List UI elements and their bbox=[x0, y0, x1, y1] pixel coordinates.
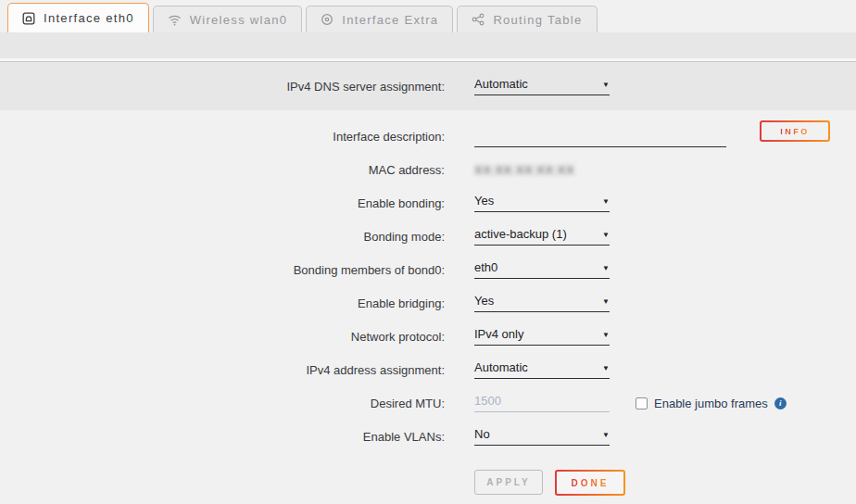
form-row-mtu: Desired MTU: 1500 Enable jumbo frames i bbox=[0, 386, 856, 420]
tab-interface-eth0[interactable]: Interface eth0 bbox=[7, 3, 149, 32]
network-protocol-label: Network protocol: bbox=[0, 330, 445, 344]
dns-section: IPv4 DNS server assignment: Automatic ▼ bbox=[0, 62, 856, 110]
chevron-down-icon: ▼ bbox=[602, 431, 610, 439]
tab-label: Interface eth0 bbox=[44, 11, 134, 25]
form-row-dns: IPv4 DNS server assignment: Automatic ▼ bbox=[0, 69, 856, 103]
bonding-members-label: Bonding members of bond0: bbox=[0, 263, 445, 277]
jumbo-frames-label: Enable jumbo frames bbox=[654, 397, 768, 410]
network-protocol-value: IPv4 only bbox=[474, 327, 523, 341]
chevron-down-icon: ▼ bbox=[602, 297, 610, 306]
enable-bonding-label: Enable bonding: bbox=[0, 196, 445, 210]
form-row-mac: MAC address: XX:XX:XX:XX:XX bbox=[0, 153, 856, 186]
form-row-bridging: Enable bridging: Yes ▼ bbox=[0, 286, 856, 320]
form-row-vlans: Enable VLANs: No ▼ bbox=[0, 420, 856, 453]
target-icon bbox=[321, 13, 334, 26]
interface-description-input[interactable] bbox=[474, 126, 726, 147]
enable-vlans-label: Enable VLANs: bbox=[0, 430, 445, 444]
chevron-down-icon: ▼ bbox=[602, 331, 610, 339]
chevron-down-icon: ▼ bbox=[602, 364, 610, 372]
chevron-down-icon: ▼ bbox=[602, 81, 610, 89]
form-row-bonding-members: Bonding members of bond0: eth0 ▼ bbox=[0, 253, 856, 286]
desired-mtu-input: 1500 bbox=[474, 394, 610, 412]
mac-address-value-redacted: XX:XX:XX:XX:XX bbox=[474, 163, 574, 177]
desired-mtu-label: Desired MTU: bbox=[0, 397, 445, 410]
enable-bridging-value: Yes bbox=[474, 294, 494, 308]
tab-routing-table[interactable]: Routing Table bbox=[457, 6, 597, 32]
info-icon[interactable]: i bbox=[774, 397, 787, 410]
chevron-down-icon: ▼ bbox=[602, 197, 610, 206]
tab-label: Wireless wlan0 bbox=[190, 13, 288, 27]
form-row-protocol: Network protocol: IPv4 only ▼ bbox=[0, 320, 856, 353]
interface-form: Interface description: INFO MAC address:… bbox=[0, 110, 856, 504]
done-button-label: DONE bbox=[572, 478, 610, 488]
bonding-mode-value: active-backup (1) bbox=[474, 227, 567, 241]
dns-assignment-label: IPv4 DNS server assignment: bbox=[0, 80, 445, 94]
jumbo-frames-group: Enable jumbo frames i bbox=[636, 397, 787, 410]
dns-assignment-select[interactable]: Automatic ▼ bbox=[474, 77, 610, 95]
done-button[interactable]: DONE bbox=[555, 470, 625, 496]
enable-bonding-select[interactable]: Yes ▼ bbox=[474, 194, 610, 212]
info-button[interactable]: INFO bbox=[760, 120, 830, 142]
form-row-bonding-mode: Bonding mode: active-backup (1) ▼ bbox=[0, 220, 856, 253]
ethernet-icon bbox=[22, 12, 35, 25]
tab-label: Interface Extra bbox=[342, 13, 438, 27]
chevron-down-icon: ▼ bbox=[602, 264, 610, 272]
enable-bridging-label: Enable bridging: bbox=[0, 296, 445, 310]
bonding-mode-label: Bonding mode: bbox=[0, 230, 445, 244]
nodes-icon bbox=[472, 13, 485, 26]
form-row-ipv4-assignment: IPv4 address assignment: Automatic ▼ bbox=[0, 353, 856, 386]
bonding-members-value: eth0 bbox=[474, 260, 497, 274]
ipv4-assignment-label: IPv4 address assignment: bbox=[0, 363, 445, 377]
form-row-bonding: Enable bonding: Yes ▼ bbox=[0, 186, 856, 220]
ipv4-assignment-select[interactable]: Automatic ▼ bbox=[474, 360, 610, 379]
enable-vlans-select[interactable]: No ▼ bbox=[474, 427, 610, 446]
interface-description-label: Interface description: bbox=[0, 130, 445, 144]
ipv4-assignment-value: Automatic bbox=[474, 360, 528, 374]
dns-assignment-value: Automatic bbox=[474, 77, 528, 91]
enable-bonding-value: Yes bbox=[474, 194, 494, 208]
chevron-down-icon: ▼ bbox=[602, 231, 610, 239]
wifi-icon bbox=[168, 14, 182, 26]
network-protocol-select[interactable]: IPv4 only ▼ bbox=[474, 327, 610, 346]
jumbo-frames-checkbox[interactable] bbox=[636, 397, 648, 410]
apply-button[interactable]: APPLY bbox=[474, 470, 543, 495]
form-row-description: Interface description: INFO bbox=[0, 120, 856, 153]
info-button-label: INFO bbox=[780, 127, 810, 136]
enable-vlans-value: No bbox=[474, 427, 490, 441]
tab-bar: Interface eth0 Wireless wlan0 Interface … bbox=[7, 4, 856, 32]
button-row: APPLY DONE bbox=[0, 470, 856, 496]
desired-mtu-value: 1500 bbox=[474, 394, 501, 408]
enable-bridging-select[interactable]: Yes ▼ bbox=[474, 294, 610, 312]
tab-wireless-wlan0[interactable]: Wireless wlan0 bbox=[153, 6, 303, 32]
bonding-mode-select[interactable]: active-backup (1) ▼ bbox=[474, 227, 610, 246]
toolbar-band bbox=[0, 32, 856, 58]
bonding-members-select[interactable]: eth0 ▼ bbox=[474, 260, 610, 279]
mac-address-label: MAC address: bbox=[0, 163, 445, 177]
tab-interface-extra[interactable]: Interface Extra bbox=[306, 6, 453, 32]
tab-label: Routing Table bbox=[493, 13, 582, 27]
